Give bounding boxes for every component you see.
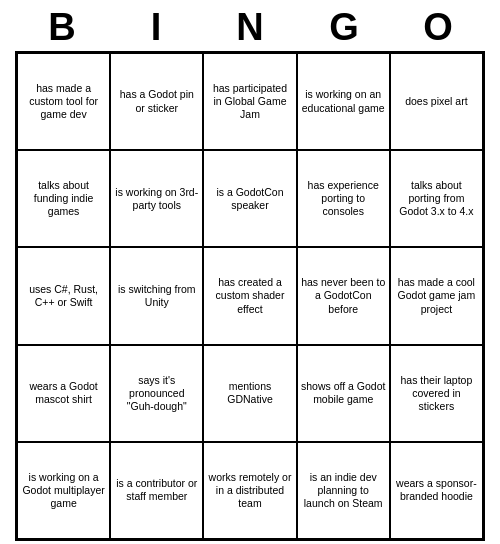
bingo-grid: has made a custom tool for game devhas a… xyxy=(15,51,485,541)
bingo-cell-2[interactable]: has participated in Global Game Jam xyxy=(203,53,296,150)
bingo-cell-7[interactable]: is a GodotCon speaker xyxy=(203,150,296,247)
bingo-cell-8[interactable]: has experience porting to consoles xyxy=(297,150,390,247)
bingo-cell-0[interactable]: has made a custom tool for game dev xyxy=(17,53,110,150)
bingo-cell-10[interactable]: uses C#, Rust, C++ or Swift xyxy=(17,247,110,344)
bingo-cell-13[interactable]: has never been to a GodotCon before xyxy=(297,247,390,344)
bingo-cell-21[interactable]: is a contributor or staff member xyxy=(110,442,203,539)
bingo-cell-17[interactable]: mentions GDNative xyxy=(203,345,296,442)
bingo-cell-15[interactable]: wears a Godot mascot shirt xyxy=(17,345,110,442)
bingo-cell-14[interactable]: has made a cool Godot game jam project xyxy=(390,247,483,344)
bingo-letter-g: G xyxy=(301,6,387,49)
bingo-cell-20[interactable]: is working on a Godot multiplayer game xyxy=(17,442,110,539)
bingo-cell-19[interactable]: has their laptop covered in stickers xyxy=(390,345,483,442)
bingo-letter-i: I xyxy=(113,6,199,49)
bingo-cell-1[interactable]: has a Godot pin or sticker xyxy=(110,53,203,150)
bingo-cell-22[interactable]: works remotely or in a distributed team xyxy=(203,442,296,539)
bingo-cell-6[interactable]: is working on 3rd-party tools xyxy=(110,150,203,247)
bingo-cell-12[interactable]: has created a custom shader effect xyxy=(203,247,296,344)
bingo-cell-16[interactable]: says it's pronounced "Guh-dough" xyxy=(110,345,203,442)
bingo-letter-b: B xyxy=(19,6,105,49)
bingo-header: BINGO xyxy=(15,0,485,51)
bingo-cell-4[interactable]: does pixel art xyxy=(390,53,483,150)
bingo-cell-11[interactable]: is switching from Unity xyxy=(110,247,203,344)
bingo-cell-3[interactable]: is working on an educational game xyxy=(297,53,390,150)
bingo-cell-23[interactable]: is an indie dev planning to launch on St… xyxy=(297,442,390,539)
bingo-letter-n: N xyxy=(207,6,293,49)
bingo-cell-5[interactable]: talks about funding indie games xyxy=(17,150,110,247)
bingo-cell-18[interactable]: shows off a Godot mobile game xyxy=(297,345,390,442)
bingo-letter-o: O xyxy=(395,6,481,49)
bingo-cell-24[interactable]: wears a sponsor-branded hoodie xyxy=(390,442,483,539)
bingo-cell-9[interactable]: talks about porting from Godot 3.x to 4.… xyxy=(390,150,483,247)
